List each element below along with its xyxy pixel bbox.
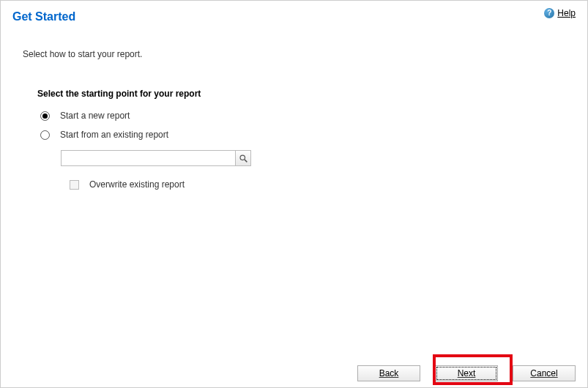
radio-start-existing[interactable] <box>40 130 50 140</box>
cancel-button-label: Cancel <box>530 368 557 378</box>
svg-point-0 <box>240 155 245 160</box>
overwrite-checkbox-label: Overwrite existing report <box>89 179 185 190</box>
radio-start-new[interactable] <box>40 111 50 121</box>
section-heading: Select the starting point for your repor… <box>37 89 587 99</box>
radio-start-new-label: Start a new report <box>60 111 130 121</box>
help-icon: ? <box>544 8 554 18</box>
cancel-button[interactable]: Cancel <box>513 365 576 381</box>
overwrite-checkbox[interactable] <box>70 180 79 190</box>
existing-report-input[interactable] <box>61 150 235 166</box>
radio-start-existing-label: Start from an existing report <box>60 130 168 140</box>
next-button-label: Next <box>458 368 476 378</box>
search-icon <box>239 154 248 163</box>
page-title: Get Started <box>12 8 75 23</box>
next-button[interactable]: Next <box>435 365 498 381</box>
svg-line-1 <box>245 160 247 162</box>
intro-text: Select how to start your report. <box>1 23 587 59</box>
browse-button[interactable] <box>235 150 251 166</box>
help-link[interactable]: ? Help <box>544 8 576 18</box>
back-button-label: Back <box>379 368 399 378</box>
help-link-label: Help <box>557 8 576 18</box>
back-button[interactable]: Back <box>357 365 420 381</box>
